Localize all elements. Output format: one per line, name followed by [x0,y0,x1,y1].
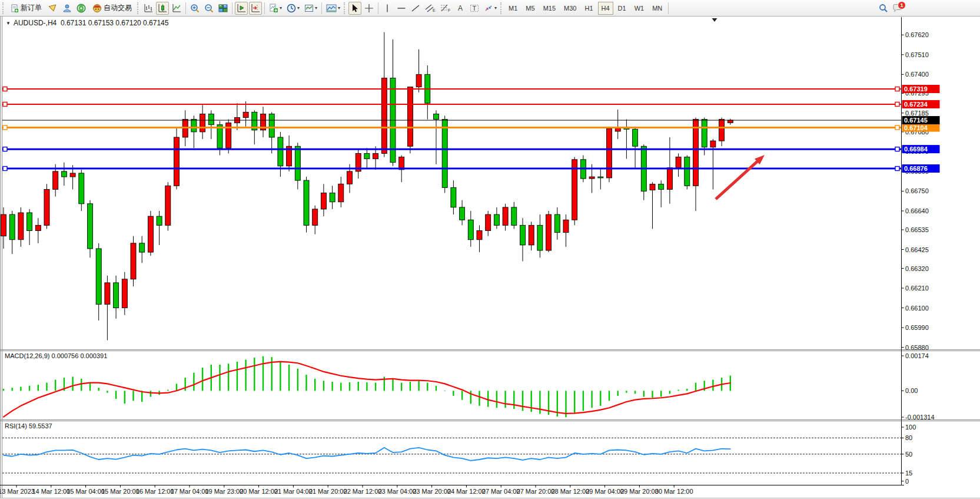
svg-text:0.67620: 0.67620 [905,31,929,38]
profile-button[interactable] [61,2,74,15]
svg-text:0.00174: 0.00174 [905,352,929,359]
crosshair-icon [364,4,374,13]
chart-profile-button[interactable]: ▾ [324,2,342,15]
trendline-icon [411,4,420,13]
text-label-button[interactable]: T [468,2,481,15]
indicators-icon [269,4,278,13]
svg-text:0.66876: 0.66876 [904,165,928,172]
new-order-button[interactable]: 新订单 [7,2,45,15]
candlestick-button[interactable] [156,2,169,15]
rsi-indicator-label: RSI(14) 59.5537 [5,422,52,429]
svg-text:30 Mar 12:00: 30 Mar 12:00 [655,488,693,495]
svg-text:23 Mar 20:00: 23 Mar 20:00 [413,488,451,495]
zoom-in-button[interactable] [188,2,201,15]
search-button[interactable] [877,2,890,15]
svg-text:21 Mar 04:00: 21 Mar 04:00 [274,488,313,495]
svg-text:28 Mar 12:00: 28 Mar 12:00 [551,488,589,495]
toolbar-separator [668,2,669,14]
new-order-icon [11,4,19,12]
chart-area[interactable]: 0.676200.675100.674000.672950.671850.670… [0,0,980,499]
bar-chart-icon [144,4,153,13]
svg-text:0.67510: 0.67510 [905,51,929,58]
svg-text:0.67104: 0.67104 [904,124,928,131]
vertical-line-icon [383,4,392,13]
indicators-button[interactable]: ▾ [267,2,284,15]
tf-m5-button[interactable]: M5 [522,2,538,15]
vertical-line-button[interactable] [381,2,394,15]
line-chart-button[interactable] [170,2,183,15]
svg-text:0.67400: 0.67400 [905,71,929,78]
notification-badge: 1 [898,1,906,9]
equidistant-channel-button[interactable]: E [423,2,437,15]
tile-windows-button[interactable] [217,2,230,15]
toolbar-group-handle [137,2,140,14]
arrows-icon [484,4,493,13]
chart-shift-button[interactable] [249,2,262,15]
chart-profile-icon [326,4,337,13]
tf-w1-button[interactable]: W1 [631,2,648,15]
auto-scroll-icon [237,4,246,13]
auto-trading-button[interactable]: 自动交易 [89,2,135,15]
bar-chart-button[interactable] [142,2,155,15]
svg-text:0.66320: 0.66320 [905,265,929,272]
svg-text:23 Mar 04:00: 23 Mar 04:00 [378,488,416,495]
text-a-icon: A [456,4,465,13]
tf-m1-button[interactable]: M1 [505,2,521,15]
templates-button[interactable]: ▾ [303,2,319,15]
svg-text:80: 80 [905,434,912,441]
tf-m15-button[interactable]: M15 [540,2,559,15]
cursor-icon [350,4,360,13]
symbol-dropdown-icon: ▼ [6,21,11,26]
dropdown-caret-icon: ▾ [494,5,497,11]
svg-text:0.67145: 0.67145 [904,117,928,124]
signals-button[interactable] [75,2,88,15]
svg-text:21 Mar 20:00: 21 Mar 20:00 [309,488,347,495]
text-button[interactable]: A [454,2,467,15]
channel-icon: E [425,4,436,13]
svg-text:0.66984: 0.66984 [904,146,928,153]
arrows-button[interactable]: ▾ [482,2,499,15]
svg-text:22 Mar 12:00: 22 Mar 12:00 [344,488,382,495]
notifications-button[interactable]: 1 [891,1,905,15]
trendline-button[interactable] [409,2,422,15]
fibonacci-button[interactable]: F [438,2,453,15]
svg-text:27 Mar 04:00: 27 Mar 04:00 [482,488,520,495]
svg-text:13 Mar 2023: 13 Mar 2023 [0,488,35,495]
line-chart-icon [172,4,181,13]
svg-text:0.66210: 0.66210 [905,285,929,292]
zoom-out-icon [204,4,214,13]
top-toolbar: 新订单 自动交易 ▾ ▾ [0,0,980,16]
toolbar-separator [232,2,232,14]
tf-m30-button[interactable]: M30 [560,2,580,15]
chart-shift-icon [251,4,260,13]
chart-title[interactable]: ▼AUDUSD-,H4 0.67131 0.67153 0.67120 0.67… [6,19,168,27]
horizontal-line-button[interactable] [395,2,408,15]
robot-icon [92,4,102,13]
metaeditor-button[interactable] [46,2,59,15]
svg-text:A: A [458,4,463,12]
zoom-out-button[interactable] [202,2,215,15]
auto-scroll-button[interactable] [235,2,248,15]
periods-button[interactable]: ▾ [285,2,301,15]
svg-text:E: E [433,8,436,12]
toolbar-separator [264,2,265,14]
tf-h4-button[interactable]: H4 [598,2,613,15]
gold-funnel-icon [48,4,58,13]
svg-text:29 Mar 04:00: 29 Mar 04:00 [586,488,624,495]
auto-trading-label: 自动交易 [104,3,132,13]
svg-text:0.66535: 0.66535 [905,226,929,233]
tf-d1-button[interactable]: D1 [614,2,630,15]
svg-text:27 Mar 20:00: 27 Mar 20:00 [517,488,555,495]
svg-text:0.67185: 0.67185 [905,110,929,117]
svg-text:0.66750: 0.66750 [905,187,929,194]
tf-mn-button[interactable]: MN [649,2,666,15]
svg-text:0.65880: 0.65880 [905,344,929,351]
cursor-button[interactable] [348,2,361,15]
crosshair-button[interactable] [363,2,376,15]
svg-text:0.66100: 0.66100 [905,305,929,312]
svg-text:29 Mar 20:00: 29 Mar 20:00 [620,488,659,495]
tf-h1-button[interactable]: H1 [581,2,596,15]
new-order-label: 新订单 [21,3,42,13]
svg-text:0.65990: 0.65990 [905,324,929,331]
toolbar-separator [378,2,378,14]
